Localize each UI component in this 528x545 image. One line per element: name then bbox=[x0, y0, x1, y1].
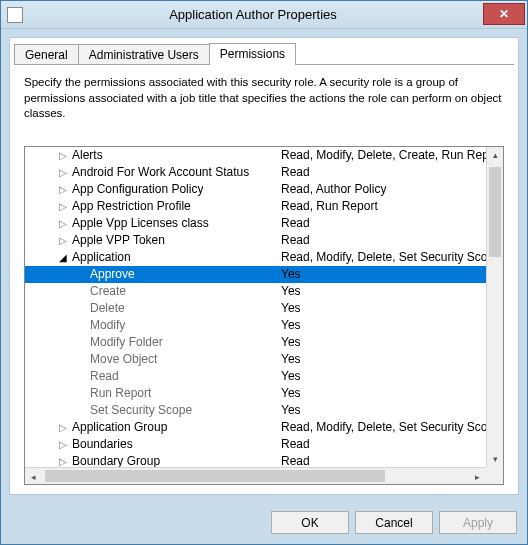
item-value: Yes bbox=[281, 385, 301, 402]
permission-item[interactable]: ▷Apple Vpp Licenses classRead bbox=[25, 215, 503, 232]
scrollbar-corner bbox=[486, 467, 503, 484]
permission-subitem[interactable]: ReadYes bbox=[25, 368, 503, 385]
horizontal-scrollbar[interactable]: ◂ ▸ bbox=[25, 467, 486, 484]
permissions-tree[interactable]: ▷AlertsRead, Modify, Delete, Create, Run… bbox=[24, 146, 504, 485]
expand-icon[interactable]: ▷ bbox=[55, 181, 70, 198]
item-name: Create bbox=[88, 283, 126, 300]
permission-item[interactable]: ▷Apple VPP TokenRead bbox=[25, 232, 503, 249]
item-value: Read, Modify, Delete, Set Security Scope… bbox=[281, 419, 503, 436]
system-icon bbox=[7, 7, 23, 23]
item-name: App Restriction Profile bbox=[70, 198, 191, 215]
permission-item[interactable]: ▷Application GroupRead, Modify, Delete, … bbox=[25, 419, 503, 436]
no-expander bbox=[73, 334, 88, 351]
item-value: Read bbox=[281, 436, 310, 453]
permission-subitem[interactable]: DeleteYes bbox=[25, 300, 503, 317]
item-name: Modify bbox=[88, 317, 125, 334]
cancel-button[interactable]: Cancel bbox=[355, 511, 433, 534]
item-value: Read bbox=[281, 215, 310, 232]
collapse-icon[interactable]: ◢ bbox=[55, 249, 70, 266]
item-value: Yes bbox=[281, 300, 301, 317]
dialog-button-bar: OK Cancel Apply bbox=[1, 503, 527, 544]
close-icon: ✕ bbox=[499, 7, 509, 21]
permission-subitem[interactable]: Set Security ScopeYes bbox=[25, 402, 503, 419]
close-button[interactable]: ✕ bbox=[483, 3, 525, 25]
item-name: Run Report bbox=[88, 385, 151, 402]
expand-icon[interactable]: ▷ bbox=[55, 232, 70, 249]
expand-icon[interactable]: ▷ bbox=[55, 198, 70, 215]
item-name: Boundaries bbox=[70, 436, 133, 453]
item-value: Yes bbox=[281, 266, 301, 283]
tab-general[interactable]: General bbox=[14, 44, 79, 66]
item-name: Delete bbox=[88, 300, 125, 317]
permission-item[interactable]: ▷Android For Work Account StatusRead bbox=[25, 164, 503, 181]
permission-item[interactable]: ◢ApplicationRead, Modify, Delete, Set Se… bbox=[25, 249, 503, 266]
tabstrip: General Administrative Users Permissions bbox=[10, 37, 518, 65]
item-name: Alerts bbox=[70, 147, 103, 164]
item-value: Read, Modify, Delete, Create, Run Report… bbox=[281, 147, 503, 164]
item-name: Approve bbox=[88, 266, 135, 283]
titlebar: Application Author Properties ✕ bbox=[1, 1, 527, 29]
tab-permissions[interactable]: Permissions bbox=[209, 43, 296, 65]
item-name: Apple Vpp Licenses class bbox=[70, 215, 209, 232]
vertical-scrollbar[interactable]: ▴ ▾ bbox=[486, 147, 503, 467]
item-value: Yes bbox=[281, 368, 301, 385]
item-name: App Configuration Policy bbox=[70, 181, 203, 198]
expand-icon[interactable]: ▷ bbox=[55, 419, 70, 436]
item-value: Yes bbox=[281, 334, 301, 351]
item-name: Android For Work Account Status bbox=[70, 164, 249, 181]
no-expander bbox=[73, 368, 88, 385]
item-name: Apple VPP Token bbox=[70, 232, 165, 249]
item-value: Yes bbox=[281, 283, 301, 300]
client-area: General Administrative Users Permissions… bbox=[9, 37, 519, 495]
no-expander bbox=[73, 283, 88, 300]
item-name: Application bbox=[70, 249, 131, 266]
item-name: Modify Folder bbox=[88, 334, 163, 351]
dialog-window: Application Author Properties ✕ General … bbox=[0, 0, 528, 545]
scroll-down-arrow-icon[interactable]: ▾ bbox=[487, 450, 503, 467]
permission-item[interactable]: ▷App Configuration PolicyRead, Author Po… bbox=[25, 181, 503, 198]
item-name: Set Security Scope bbox=[88, 402, 192, 419]
item-value: Yes bbox=[281, 351, 301, 368]
permission-subitem[interactable]: ModifyYes bbox=[25, 317, 503, 334]
no-expander bbox=[73, 300, 88, 317]
scroll-right-arrow-icon[interactable]: ▸ bbox=[469, 468, 486, 485]
expand-icon[interactable]: ▷ bbox=[55, 147, 70, 164]
permission-subitem[interactable]: Run ReportYes bbox=[25, 385, 503, 402]
item-value: Yes bbox=[281, 317, 301, 334]
expand-icon[interactable]: ▷ bbox=[55, 164, 70, 181]
scroll-thumb-vertical[interactable] bbox=[489, 167, 501, 257]
permission-subitem[interactable]: Move ObjectYes bbox=[25, 351, 503, 368]
expand-icon[interactable]: ▷ bbox=[55, 436, 70, 453]
tab-administrative-users[interactable]: Administrative Users bbox=[78, 44, 210, 66]
item-name: Application Group bbox=[70, 419, 167, 436]
permission-item[interactable]: ▷BoundariesRead bbox=[25, 436, 503, 453]
scroll-left-arrow-icon[interactable]: ◂ bbox=[25, 468, 42, 485]
item-name: Read bbox=[88, 368, 119, 385]
permission-item[interactable]: ▷AlertsRead, Modify, Delete, Create, Run… bbox=[25, 147, 503, 164]
permission-item[interactable]: ▷App Restriction ProfileRead, Run Report bbox=[25, 198, 503, 215]
scroll-thumb-horizontal[interactable] bbox=[45, 470, 385, 482]
permission-subitem[interactable]: Modify FolderYes bbox=[25, 334, 503, 351]
permission-subitem[interactable]: CreateYes bbox=[25, 283, 503, 300]
no-expander bbox=[73, 402, 88, 419]
item-value: Read bbox=[281, 232, 310, 249]
ok-button[interactable]: OK bbox=[271, 511, 349, 534]
window-title: Application Author Properties bbox=[23, 7, 483, 22]
panel-description: Specify the permissions associated with … bbox=[24, 75, 504, 122]
item-value: Read, Modify, Delete, Set Security Scope… bbox=[281, 249, 503, 266]
item-value: Read bbox=[281, 164, 310, 181]
no-expander bbox=[73, 351, 88, 368]
item-value: Yes bbox=[281, 402, 301, 419]
item-value: Read, Run Report bbox=[281, 198, 378, 215]
no-expander bbox=[73, 266, 88, 283]
permissions-panel: Specify the permissions associated with … bbox=[14, 64, 514, 489]
expand-icon[interactable]: ▷ bbox=[55, 215, 70, 232]
item-value: Read, Author Policy bbox=[281, 181, 386, 198]
no-expander bbox=[73, 385, 88, 402]
apply-button[interactable]: Apply bbox=[439, 511, 517, 534]
scroll-up-arrow-icon[interactable]: ▴ bbox=[487, 147, 503, 164]
item-name: Move Object bbox=[88, 351, 157, 368]
no-expander bbox=[73, 317, 88, 334]
permission-subitem[interactable]: ApproveYes bbox=[25, 266, 503, 283]
